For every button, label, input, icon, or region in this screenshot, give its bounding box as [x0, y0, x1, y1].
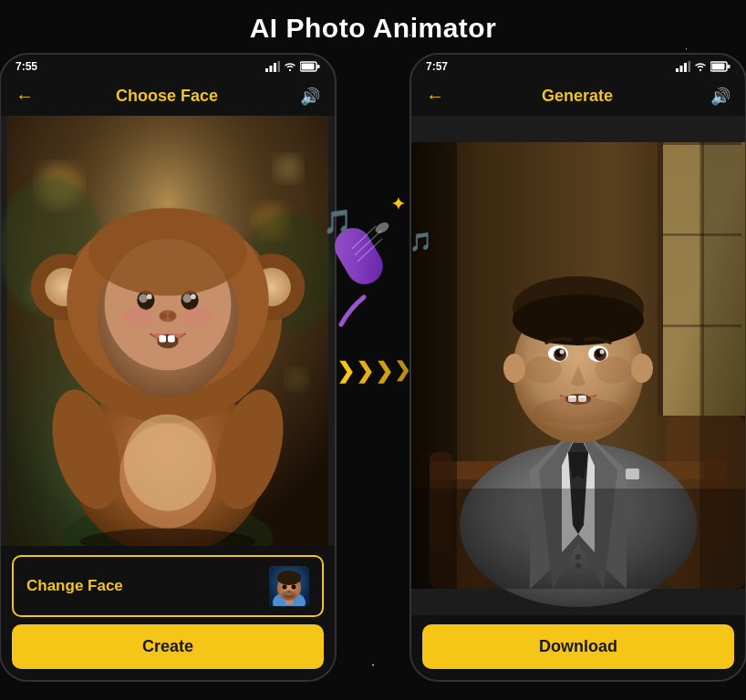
- svg-point-106: [533, 397, 624, 425]
- sound-icon-right[interactable]: 🔊: [710, 87, 730, 107]
- thumbnail-face-svg: [269, 566, 309, 606]
- svg-point-41: [182, 307, 214, 328]
- svg-point-55: [282, 591, 296, 600]
- status-bar-left: 7:55: [1, 55, 335, 77]
- svg-point-43: [124, 415, 212, 511]
- svg-point-14: [286, 368, 307, 389]
- wifi-icon: [284, 61, 296, 72]
- svg-point-52: [283, 585, 287, 590]
- svg-point-30: [139, 294, 148, 304]
- sound-icon-left[interactable]: 🔊: [300, 87, 320, 107]
- battery-icon: [300, 61, 320, 72]
- back-arrow-left[interactable]: ←: [16, 86, 34, 107]
- header-title-right: Generate: [444, 87, 710, 106]
- signal-icon: [265, 61, 280, 72]
- svg-point-32: [147, 294, 152, 300]
- svg-point-42: [88, 208, 246, 295]
- svg-point-35: [160, 313, 167, 320]
- svg-rect-6: [317, 65, 320, 68]
- svg-rect-3: [278, 61, 281, 72]
- svg-rect-5: [302, 64, 315, 70]
- change-face-label: Change Face: [26, 577, 123, 595]
- svg-rect-63: [684, 63, 687, 72]
- download-label: Download: [539, 637, 617, 655]
- phone-bottom-left: Change Face: [1, 546, 335, 680]
- svg-point-105: [631, 354, 653, 383]
- svg-rect-109: [411, 489, 745, 589]
- chevron-4: ❯: [394, 358, 410, 384]
- svg-point-33: [191, 294, 196, 300]
- svg-rect-70: [658, 142, 663, 416]
- time-left: 7:55: [16, 60, 37, 73]
- create-button[interactable]: Create: [12, 624, 324, 669]
- download-button[interactable]: Download: [422, 624, 734, 669]
- phone-header-left: ← Choose Face 🔊: [1, 77, 335, 116]
- signal-icon-right: [676, 61, 690, 72]
- status-icons-left: [265, 61, 320, 72]
- chevron-3: ❯: [375, 358, 393, 384]
- svg-point-103: [595, 356, 631, 384]
- music-note-2: 🎵: [409, 231, 432, 252]
- wifi-icon-right: [694, 61, 707, 72]
- svg-rect-1: [270, 66, 273, 72]
- phone-left: 7:55: [0, 53, 337, 682]
- sparkle-icon: ✦: [391, 194, 405, 214]
- status-icons-right: [676, 61, 730, 72]
- svg-point-12: [275, 155, 302, 181]
- phone-content-left: [1, 116, 335, 546]
- arrow-chevrons: ❯ ❯ ❯ ❯: [337, 358, 410, 384]
- header-title-left: Choose Face: [34, 87, 300, 106]
- svg-point-102: [525, 356, 562, 384]
- svg-point-96: [600, 350, 605, 355]
- back-arrow-right[interactable]: ←: [426, 86, 444, 107]
- phone-right: 7:57: [409, 53, 746, 682]
- suit-man-photo: [411, 116, 745, 615]
- svg-rect-67: [728, 65, 730, 68]
- music-note-1: 🎵: [323, 208, 352, 236]
- change-face-button[interactable]: Change Face: [12, 555, 324, 617]
- chevron-1: ❯: [337, 358, 355, 384]
- svg-point-104: [503, 354, 525, 383]
- svg-point-40: [121, 307, 153, 328]
- svg-rect-39: [168, 335, 175, 343]
- phone-bottom-right: Download: [411, 615, 745, 680]
- svg-rect-0: [265, 68, 268, 72]
- svg-point-95: [560, 350, 565, 355]
- time-right: 7:57: [426, 60, 448, 73]
- svg-point-53: [292, 585, 296, 590]
- svg-rect-61: [676, 68, 679, 72]
- chevron-2: ❯: [356, 358, 374, 384]
- create-label: Create: [142, 637, 193, 655]
- svg-rect-66: [712, 64, 725, 70]
- phone-header-right: ← Generate 🔊: [411, 77, 745, 116]
- face-thumbnail: [269, 566, 309, 606]
- svg-point-31: [182, 294, 192, 304]
- svg-point-36: [169, 313, 176, 320]
- page-title: AI Photo Animator: [250, 13, 497, 44]
- status-bar-right: 7:57: [411, 55, 745, 77]
- svg-rect-64: [689, 61, 691, 72]
- svg-rect-38: [159, 335, 166, 343]
- battery-icon-right: [710, 61, 730, 72]
- phone-content-right: [411, 116, 745, 615]
- middle-decoration: 🎵 🎵 ✦ ❯ ❯ ❯ ❯: [337, 53, 409, 682]
- svg-point-60: [374, 221, 391, 236]
- svg-rect-2: [274, 63, 276, 72]
- svg-rect-62: [680, 66, 683, 72]
- svg-point-51: [277, 571, 301, 585]
- phones-container: 7:55: [0, 53, 746, 682]
- monkey-child-photo: [1, 116, 335, 546]
- svg-rect-84: [626, 468, 639, 479]
